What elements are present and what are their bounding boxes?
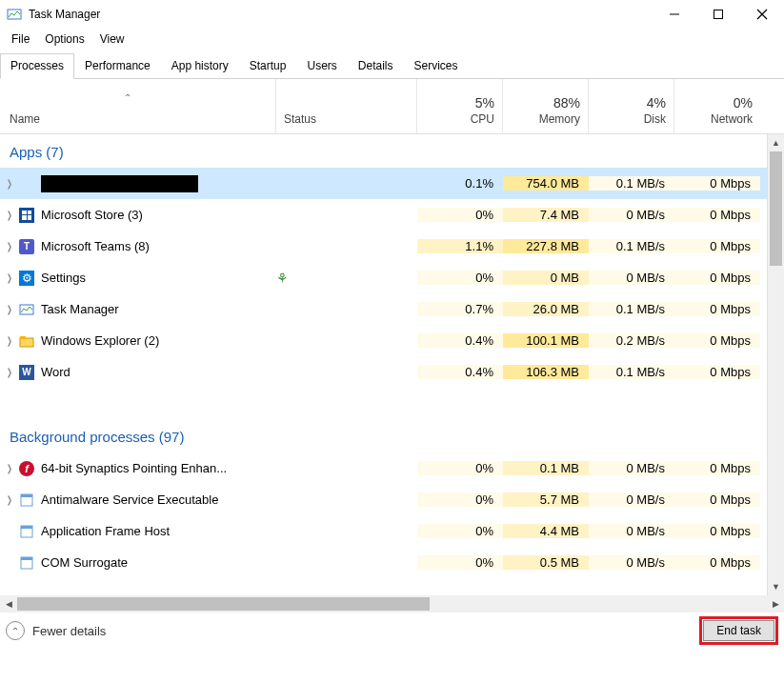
disk-cell: 0 MB/s <box>589 208 674 222</box>
tab-performance[interactable]: Performance <box>74 53 161 78</box>
svg-rect-11 <box>21 526 32 529</box>
process-name: Windows Explorer (2) <box>41 333 159 348</box>
minimize-button[interactable] <box>653 0 696 29</box>
hscroll-right-button[interactable]: ▶ <box>767 599 784 609</box>
tab-strip: Processes Performance App history Startu… <box>0 50 784 79</box>
network-cell: 0 Mbps <box>674 555 760 570</box>
expand-chevron-icon[interactable]: ❯ <box>3 241 15 251</box>
column-memory[interactable]: 88%Memory <box>503 79 589 133</box>
menu-view[interactable]: View <box>92 30 132 48</box>
memory-cell: 0 MB <box>503 271 589 285</box>
network-cell: 0 Mbps <box>674 176 760 191</box>
scroll-up-button[interactable]: ▲ <box>768 134 784 151</box>
expand-chevron-icon[interactable]: ❯ <box>3 494 15 505</box>
disk-cell: 0 MB/s <box>589 271 674 285</box>
process-icon <box>18 554 35 572</box>
expand-chevron-icon[interactable]: ❯ <box>3 304 15 314</box>
network-cell: 0 Mbps <box>674 365 760 379</box>
process-row[interactable]: ❯Microsoft Store (3)0%7.4 MB0 MB/s0 Mbps <box>0 199 767 231</box>
svg-rect-5 <box>20 305 33 314</box>
cpu-cell: 1.1% <box>417 239 503 253</box>
network-cell: 0 Mbps <box>674 333 760 348</box>
expand-chevron-icon[interactable]: ❯ <box>3 463 15 473</box>
tab-users[interactable]: Users <box>296 53 347 78</box>
collapse-icon: ⌃ <box>6 621 25 640</box>
memory-cell: 5.7 MB <box>503 492 589 507</box>
svg-rect-9 <box>21 494 32 497</box>
vertical-scrollbar[interactable]: ▲ ▼ <box>767 134 784 595</box>
scroll-down-button[interactable]: ▼ <box>768 578 784 595</box>
disk-cell: 0 MB/s <box>589 524 674 538</box>
process-name: Task Manager <box>41 302 119 316</box>
scroll-thumb[interactable] <box>770 151 782 266</box>
expand-chevron-icon[interactable]: ❯ <box>3 272 15 283</box>
column-disk[interactable]: 4%Disk <box>589 79 674 133</box>
titlebar: Task Manager <box>0 0 784 29</box>
process-row[interactable]: ❯WWord0.4%106.3 MB0.1 MB/s0 Mbps <box>0 356 767 388</box>
process-icon: W <box>18 364 35 381</box>
maximize-button[interactable] <box>696 0 740 29</box>
menu-file[interactable]: File <box>4 30 37 48</box>
process-icon: T <box>18 238 35 255</box>
status-cell: ⚘ <box>276 271 417 286</box>
process-row[interactable]: Application Frame Host0%4.4 MB0 MB/s0 Mb… <box>0 515 767 547</box>
disk-cell: 0.1 MB/s <box>589 239 674 253</box>
group-header-background[interactable]: Background processes (97) <box>0 419 767 452</box>
memory-cell: 0.1 MB <box>503 461 589 475</box>
hscroll-thumb[interactable] <box>17 597 430 611</box>
process-name: Microsoft Store (3) <box>41 208 143 222</box>
cpu-cell: 0.4% <box>417 333 503 348</box>
tab-processes[interactable]: Processes <box>0 53 74 79</box>
column-headers: ⌃ Name Status 5%CPU 88%Memory 4%Disk 0%N… <box>0 79 784 134</box>
disk-cell: 0.2 MB/s <box>589 333 674 348</box>
horizontal-scrollbar[interactable]: ◀ ▶ <box>0 595 784 613</box>
process-icon <box>18 332 35 350</box>
expand-chevron-icon[interactable]: ❯ <box>3 335 15 346</box>
process-name: Microsoft Teams (8) <box>41 239 150 253</box>
fewer-details-button[interactable]: ⌃ Fewer details <box>6 621 106 640</box>
column-name[interactable]: Name <box>0 79 276 133</box>
expand-chevron-icon[interactable]: ❯ <box>3 367 15 377</box>
svg-rect-2 <box>714 10 723 19</box>
process-row[interactable]: ❯Windows Explorer (2)0.4%100.1 MB0.2 MB/… <box>0 325 767 356</box>
menu-options[interactable]: Options <box>37 30 91 48</box>
process-name: 64-bit Synaptics Pointing Enhan... <box>41 461 227 475</box>
svg-rect-7 <box>20 336 26 339</box>
memory-cell: 100.1 MB <box>503 333 589 348</box>
column-status[interactable]: Status <box>276 79 417 133</box>
svg-rect-6 <box>20 338 33 347</box>
process-row[interactable]: ❯Task Manager0.7%26.0 MB0.1 MB/s0 Mbps <box>0 293 767 325</box>
process-row[interactable]: ❯TMicrosoft Teams (8)1.1%227.8 MB0.1 MB/… <box>0 231 767 262</box>
disk-cell: 0.1 MB/s <box>589 365 674 379</box>
process-icon <box>18 492 35 509</box>
close-button[interactable] <box>740 0 784 29</box>
tab-app-history[interactable]: App history <box>161 53 239 78</box>
expand-chevron-icon[interactable]: ❯ <box>3 210 15 220</box>
spacer-row <box>0 388 767 419</box>
footer: ⌃ Fewer details End task <box>0 613 784 649</box>
svg-rect-13 <box>21 557 32 560</box>
expand-chevron-icon[interactable]: ❯ <box>3 178 15 189</box>
app-icon <box>6 6 23 23</box>
process-row[interactable]: ❯f64-bit Synaptics Pointing Enhan...0%0.… <box>0 452 767 484</box>
memory-cell: 7.4 MB <box>503 208 589 222</box>
cpu-cell: 0% <box>417 524 503 538</box>
column-network[interactable]: 0%Network <box>674 79 760 133</box>
memory-cell: 4.4 MB <box>503 524 589 538</box>
tab-services[interactable]: Services <box>404 53 469 78</box>
end-task-button[interactable]: End task <box>703 620 774 641</box>
process-row[interactable]: ❯0.1%754.0 MB0.1 MB/s0 Mbps <box>0 168 767 199</box>
process-row[interactable]: ❯Antimalware Service Executable0%5.7 MB0… <box>0 484 767 515</box>
memory-cell: 106.3 MB <box>503 365 589 379</box>
hscroll-left-button[interactable]: ◀ <box>0 599 17 609</box>
process-row[interactable]: ❯⚙Settings⚘0%0 MB0 MB/s0 Mbps <box>0 262 767 293</box>
cpu-cell: 0.1% <box>417 176 503 191</box>
group-header-apps[interactable]: Apps (7) <box>0 134 767 168</box>
tab-details[interactable]: Details <box>348 53 404 78</box>
tab-startup[interactable]: Startup <box>239 53 297 78</box>
end-task-highlight: End task <box>699 616 778 645</box>
cpu-cell: 0.7% <box>417 302 503 316</box>
column-cpu[interactable]: 5%CPU <box>417 79 503 133</box>
process-row[interactable]: COM Surrogate0%0.5 MB0 MB/s0 Mbps <box>0 547 767 578</box>
menubar: File Options View <box>0 29 784 50</box>
